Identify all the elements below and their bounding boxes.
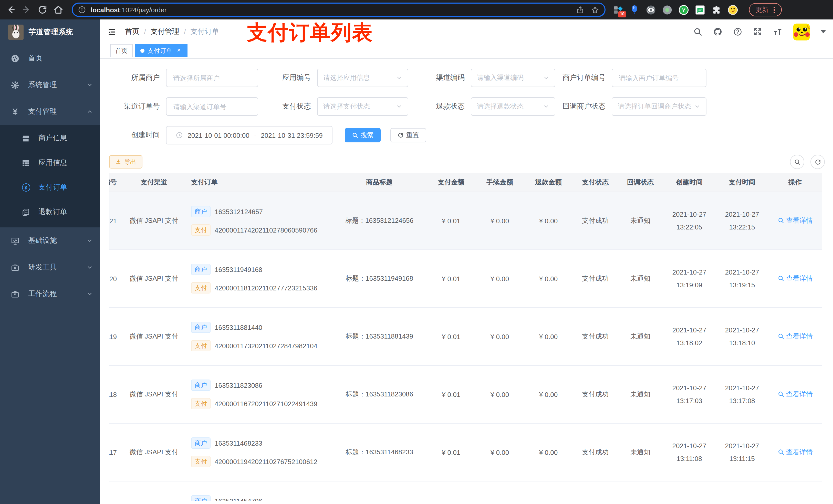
sidebar-item-app-info[interactable]: 应用信息 bbox=[0, 150, 100, 175]
font-size-icon[interactable] bbox=[773, 27, 782, 37]
merchant-tag: 商户 bbox=[191, 380, 211, 391]
merchant-input-field[interactable] bbox=[172, 73, 252, 82]
extension-chat-icon[interactable] bbox=[695, 4, 706, 15]
cell-actions: 查看详情 bbox=[768, 308, 822, 365]
sidebar-item-home[interactable]: 首页 bbox=[0, 45, 100, 72]
main-area: 首页 / 支付管理 / 支付订单 首页 支付订 bbox=[100, 20, 833, 504]
cell-id: 118 bbox=[109, 365, 122, 423]
cell-amount: ¥ 0.01 bbox=[427, 192, 475, 250]
reload-icon[interactable] bbox=[38, 5, 48, 15]
view-detail-link[interactable]: 查看详情 bbox=[778, 448, 813, 457]
extension-boards-icon[interactable]: 10 bbox=[613, 4, 623, 15]
forward-icon[interactable] bbox=[22, 5, 32, 15]
cell-actions: 查看详情 bbox=[768, 423, 822, 481]
chrome-update-button[interactable]: 更新 bbox=[749, 3, 782, 16]
export-button[interactable]: 导出 bbox=[109, 155, 142, 169]
cell-channel: 微信 JSAPI 支付 bbox=[122, 308, 186, 365]
breadcrumb-payment[interactable]: 支付管理 bbox=[151, 27, 179, 37]
cell-fee: ¥ 0.00 bbox=[475, 423, 524, 481]
cell-pay-status bbox=[573, 481, 618, 501]
help-icon[interactable] bbox=[733, 27, 742, 37]
sidebar-item-merchant-info[interactable]: 商户信息 bbox=[0, 126, 100, 150]
cell-pay-status: 支付成功 bbox=[573, 423, 618, 481]
chrome-menu-icon[interactable] bbox=[772, 5, 776, 14]
sidebar-item-system[interactable]: 系统管理 bbox=[0, 72, 100, 98]
pay-tag: 支付 bbox=[191, 398, 211, 409]
sidebar-fold-icon[interactable] bbox=[107, 27, 117, 37]
cell-create-time: 2021-10-2713:18:02 bbox=[663, 308, 716, 365]
fullscreen-icon[interactable] bbox=[753, 27, 762, 37]
search-button[interactable]: 搜索 bbox=[345, 128, 381, 142]
bookmark-star-icon[interactable] bbox=[591, 5, 599, 14]
channel-order-no-input[interactable] bbox=[166, 97, 258, 116]
merchant-tag: 商户 bbox=[191, 264, 211, 275]
orders-table-wrapper: 编号 支付渠道 支付订单 商品标题 支付金额 手续金额 退款金额 支付状态 回调… bbox=[109, 173, 825, 501]
refund-status-select[interactable]: 请选择退款状态 bbox=[471, 97, 555, 116]
sidebar-item-payment[interactable]: 支付管理 bbox=[0, 98, 100, 125]
reset-button[interactable]: 重置 bbox=[390, 128, 426, 142]
url-bar[interactable]: localhost:1024/pay/order bbox=[72, 3, 605, 17]
toggle-search-button[interactable] bbox=[790, 155, 804, 169]
profile-avatar-icon[interactable] bbox=[728, 4, 738, 15]
refresh-table-button[interactable] bbox=[810, 155, 825, 169]
sidebar-item-infrastructure[interactable]: 基础设施 bbox=[0, 227, 100, 254]
extensions-puzzle-icon[interactable] bbox=[711, 4, 722, 15]
cell-refund: ¥ 0.00 bbox=[524, 423, 573, 481]
extension-y-icon[interactable]: Y bbox=[678, 4, 689, 15]
tag-home[interactable]: 首页 bbox=[110, 44, 133, 57]
merchant-order-no-field[interactable] bbox=[618, 73, 700, 82]
col-actions: 操作 bbox=[768, 173, 822, 192]
cell-id bbox=[109, 481, 122, 501]
view-detail-link[interactable]: 查看详情 bbox=[778, 216, 813, 225]
notify-status-select[interactable]: 请选择订单回调商户状态 bbox=[612, 97, 707, 116]
select-placeholder: 请输入渠道编码 bbox=[477, 73, 543, 82]
view-detail-link[interactable]: 查看详情 bbox=[778, 332, 813, 341]
extension-balloon-icon[interactable] bbox=[629, 4, 640, 15]
breadcrumb-separator: / bbox=[144, 28, 146, 36]
avatar-dropdown-caret[interactable] bbox=[821, 30, 826, 33]
user-avatar[interactable] bbox=[793, 23, 810, 40]
app-select[interactable]: 请选择应用信息 bbox=[317, 69, 408, 87]
col-pay-status: 支付状态 bbox=[573, 173, 618, 192]
cell-pay-order: 商户 1635312124657 支付 42000011742021102780… bbox=[186, 192, 332, 250]
cell-pay-time: 2021-10-2713:17:08 bbox=[716, 365, 768, 423]
sidebar-item-label: 应用信息 bbox=[39, 158, 67, 167]
pay-order-line: 支付 4200001173202110272847982104 bbox=[191, 340, 317, 351]
back-icon[interactable] bbox=[6, 5, 16, 15]
search-button-label: 搜索 bbox=[361, 131, 374, 140]
share-icon[interactable] bbox=[576, 5, 585, 14]
tag-pay-order[interactable]: 支付订单 × bbox=[135, 44, 188, 57]
breadcrumb-home[interactable]: 首页 bbox=[125, 27, 139, 37]
extension-green-dot-icon[interactable] bbox=[662, 4, 673, 15]
filter-label: 创建时间 bbox=[100, 130, 160, 140]
gear-icon bbox=[11, 81, 20, 89]
github-icon[interactable] bbox=[713, 27, 722, 37]
cell-pay-status: 支付成功 bbox=[573, 365, 618, 423]
col-id: 编号 bbox=[109, 173, 122, 192]
search-icon[interactable] bbox=[693, 27, 703, 37]
site-info-icon[interactable] bbox=[78, 6, 86, 14]
sidebar-item-dev-tools[interactable]: 研发工具 bbox=[0, 254, 100, 281]
pay-status-select[interactable]: 请选择支付状态 bbox=[317, 97, 408, 116]
channel-order-no-field[interactable] bbox=[172, 102, 252, 111]
channel-code-select[interactable]: 请输入渠道编码 bbox=[471, 69, 555, 87]
tag-close-icon[interactable]: × bbox=[175, 47, 182, 54]
filter-label: 渠道订单号 bbox=[100, 102, 160, 111]
merchant-tag: 商户 bbox=[191, 495, 211, 501]
chevron-down-icon bbox=[87, 82, 93, 88]
cell-amount: ¥ 0.01 bbox=[427, 423, 475, 481]
app-logo-row[interactable]: 芋道管理系统 bbox=[0, 20, 100, 45]
sidebar-item-refund-order[interactable]: 退款订单 bbox=[0, 200, 100, 224]
sidebar-item-workflow[interactable]: 工作流程 bbox=[0, 281, 100, 307]
view-detail-link[interactable]: 查看详情 bbox=[778, 274, 813, 283]
extension-command-icon[interactable] bbox=[645, 4, 656, 15]
merchant-order-no-input[interactable] bbox=[612, 69, 707, 87]
create-time-range-picker[interactable]: 2021-10-01 00:00:00 - 2021-10-31 23:59:5… bbox=[166, 126, 332, 144]
cell-channel: 微信 JSAPI 支付 bbox=[122, 250, 186, 308]
chevron-down-icon bbox=[543, 75, 549, 81]
sidebar-item-pay-order[interactable]: ¥ 支付订单 bbox=[0, 175, 100, 200]
home-icon[interactable] bbox=[53, 5, 64, 15]
tag-label: 首页 bbox=[115, 46, 127, 55]
view-detail-link[interactable]: 查看详情 bbox=[778, 390, 813, 399]
merchant-input[interactable] bbox=[166, 69, 258, 87]
